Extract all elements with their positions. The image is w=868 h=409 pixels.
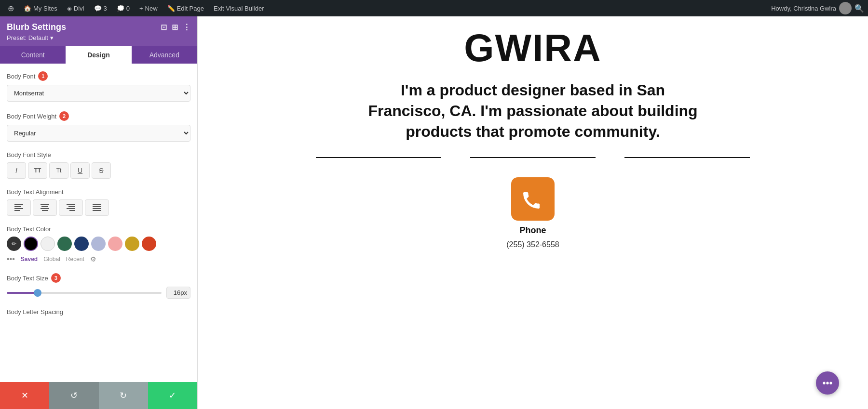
body-font-style-label: Body Font Style (7, 151, 190, 158)
tab-design[interactable]: Design (66, 46, 131, 64)
pencil-icon: ✏️ (167, 5, 175, 12)
preset-label: Preset: Default (7, 34, 48, 41)
swatch-lavender[interactable] (91, 237, 106, 251)
color-tab-recent[interactable]: Recent (66, 256, 84, 263)
chat-icon: 💭 (117, 5, 124, 12)
cancel-btn[interactable]: ✕ (0, 382, 49, 409)
body-letter-spacing-section: Body Letter Spacing (7, 308, 190, 316)
new-menu[interactable]: + New (136, 0, 162, 16)
swatch-dark[interactable] (41, 237, 55, 251)
resize-icon[interactable]: ⊡ (161, 23, 167, 32)
main-layout: Blurb Settings ⊡ ⊞ ⋮ Preset: Default ▾ C… (0, 16, 868, 409)
dividers-row (217, 157, 849, 158)
page-content: GWIRA I'm a product designer based in Sa… (198, 16, 868, 409)
strikethrough-btn[interactable]: S (92, 162, 111, 179)
admin-bar: ⊕ 🏠 My Sites ◈ Divi 💬 3 💭 0 + New ✏️ Edi… (0, 0, 868, 16)
divi-label: Divi (74, 5, 84, 12)
svg-rect-9 (68, 206, 75, 207)
align-right-btn[interactable] (59, 199, 83, 216)
more-icon[interactable]: ⋮ (183, 23, 190, 32)
align-justify-btn[interactable] (85, 199, 109, 216)
chat-menu[interactable]: 💭 0 (113, 0, 134, 16)
tab-content[interactable]: Content (0, 46, 66, 64)
plus-icon: + (139, 5, 143, 12)
bold-tt-btn[interactable]: TT (28, 162, 47, 179)
user-avatar[interactable] (839, 2, 852, 14)
tab-advanced[interactable]: Advanced (132, 46, 197, 64)
blurb-value: (255) 352-6558 (506, 240, 559, 249)
font-style-row: I TT Tt U S (7, 162, 190, 179)
sidebar-tabs: Content Design Advanced (0, 46, 197, 64)
align-row (7, 199, 190, 216)
italic-btn[interactable]: I (7, 162, 26, 179)
svg-rect-11 (69, 210, 75, 211)
blurb-card: Phone (255) 352-6558 (506, 177, 559, 249)
comments-count: 3 (104, 5, 107, 12)
underline-btn[interactable]: U (70, 162, 90, 179)
body-text-size-value[interactable]: 16px (166, 287, 190, 299)
swatch-gold[interactable] (125, 237, 139, 251)
color-picker-btn[interactable]: ✏ (7, 237, 21, 251)
swatch-black[interactable] (24, 237, 38, 251)
wp-logo[interactable]: ⊕ (4, 0, 18, 16)
swatch-navy[interactable] (74, 237, 89, 251)
new-label: New (145, 5, 158, 12)
svg-rect-10 (67, 208, 75, 209)
svg-rect-1 (14, 206, 21, 207)
admin-bar-right: Howdy, Christina Gwira 🔍 (771, 2, 864, 14)
body-text-size-slider-row: 16px (7, 287, 190, 299)
redo-btn[interactable]: ↻ (99, 382, 148, 409)
slider-thumb[interactable] (34, 289, 41, 297)
body-font-weight-select[interactable]: Regular Bold Light (7, 125, 190, 142)
title-tt-btn[interactable]: Tt (49, 162, 68, 179)
floating-action-btn[interactable]: ••• (816, 371, 839, 395)
home-icon: 🏠 (24, 5, 31, 12)
color-tab-saved[interactable]: Saved (21, 256, 38, 263)
preset-selector[interactable]: Preset: Default ▾ (7, 34, 190, 41)
color-more-btn[interactable]: ••• (7, 255, 15, 264)
undo-btn[interactable]: ↺ (49, 382, 98, 409)
svg-rect-7 (42, 210, 48, 211)
body-font-section: Body Font 1 Montserrat Open Sans Roboto … (7, 71, 190, 102)
body-text-size-label: Body Text Size 3 (7, 273, 190, 283)
swatch-red[interactable] (142, 237, 156, 251)
color-settings-icon[interactable]: ⚙ (90, 255, 96, 263)
svg-rect-14 (93, 208, 101, 209)
exit-vb-label: Exit Visual Builder (214, 5, 264, 12)
comments-menu[interactable]: 💬 3 (90, 0, 111, 16)
body-text-size-track[interactable] (7, 292, 162, 294)
divider-3 (624, 157, 750, 158)
layout-icon[interactable]: ⊞ (172, 23, 178, 32)
svg-rect-2 (14, 208, 23, 209)
phone-icon (521, 187, 544, 211)
page-title: GWIRA (464, 26, 602, 70)
howdy-label: Howdy, Christina Gwira (771, 5, 836, 12)
swatch-pink[interactable] (108, 237, 122, 251)
svg-rect-8 (67, 204, 75, 205)
comment-icon: 💬 (94, 5, 102, 12)
search-icon[interactable]: 🔍 (854, 4, 864, 13)
svg-rect-4 (41, 204, 49, 205)
my-sites-menu[interactable]: 🏠 My Sites (20, 0, 61, 16)
svg-rect-12 (93, 204, 101, 205)
body-font-select[interactable]: Montserrat Open Sans Roboto Lato (7, 85, 190, 102)
color-swatches-row: ✏ (7, 237, 190, 251)
sidebar-actions: ✕ ↺ ↻ ✓ (0, 382, 197, 409)
edit-page-label: Edit Page (177, 5, 204, 12)
sidebar-title-bar: Blurb Settings ⊡ ⊞ ⋮ (7, 22, 190, 32)
edit-page-btn[interactable]: ✏️ Edit Page (163, 0, 208, 16)
slider-fill (7, 292, 38, 294)
body-text-alignment-label: Body Text Alignment (7, 188, 190, 196)
align-left-btn[interactable] (7, 199, 31, 216)
swatch-forest[interactable] (57, 237, 72, 251)
divi-menu[interactable]: ◈ Divi (63, 0, 88, 16)
chat-count: 0 (126, 5, 130, 12)
phone-icon-wrap (511, 177, 555, 221)
sidebar-content: Body Font 1 Montserrat Open Sans Roboto … (0, 64, 197, 382)
body-text-color-label: Body Text Color (7, 225, 190, 233)
align-center-btn[interactable] (33, 199, 57, 216)
save-btn[interactable]: ✓ (148, 382, 197, 409)
exit-vb-btn[interactable]: Exit Visual Builder (210, 0, 268, 16)
color-tab-global[interactable]: Global (43, 256, 60, 263)
body-text-size-badge: 3 (51, 273, 61, 283)
